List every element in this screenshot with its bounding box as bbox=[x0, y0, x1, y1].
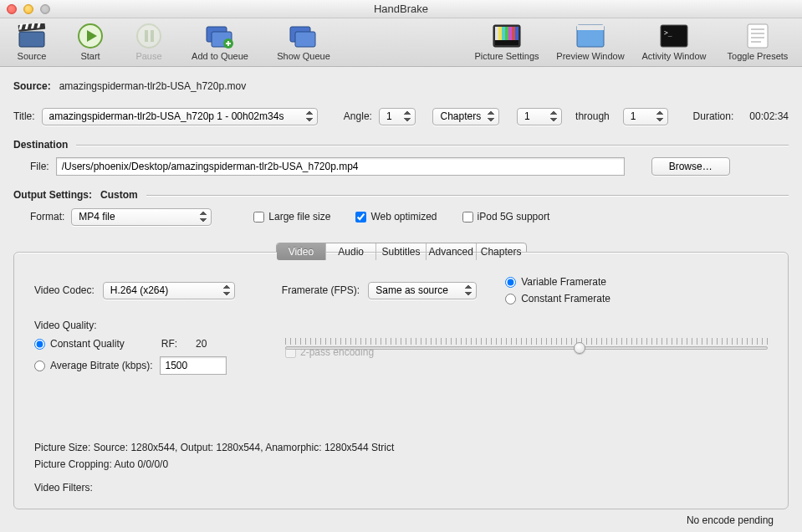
start-button[interactable]: Start bbox=[65, 21, 115, 66]
file-path-input[interactable] bbox=[56, 157, 625, 176]
source-button[interactable]: Source bbox=[7, 21, 57, 66]
source-value: amazingspiderman-tlr2b-USA_h720p.mov bbox=[59, 80, 246, 92]
chapter-to-select[interactable]: 1 bbox=[623, 108, 668, 125]
large-file-checkbox[interactable]: Large file size bbox=[253, 211, 330, 223]
svg-point-8 bbox=[137, 24, 161, 48]
toolbar-label: Show Queue bbox=[277, 51, 330, 61]
window-title: HandBrake bbox=[0, 3, 802, 15]
average-bitrate-input[interactable] bbox=[160, 356, 227, 375]
format-select[interactable]: MP4 file bbox=[71, 208, 212, 226]
picture-size-text: Picture Size: Source: 1280x544, Output: … bbox=[34, 442, 768, 453]
tab-video[interactable]: Video bbox=[277, 243, 327, 260]
svg-rect-22 bbox=[505, 27, 508, 40]
source-label: Source: bbox=[13, 80, 51, 92]
svg-rect-20 bbox=[498, 27, 502, 40]
tab-subtitles[interactable]: Subtitles bbox=[376, 243, 427, 260]
presets-icon bbox=[746, 21, 769, 51]
output-settings-name: Custom bbox=[100, 189, 138, 201]
svg-rect-19 bbox=[495, 27, 498, 40]
svg-rect-17 bbox=[295, 32, 315, 47]
ipod-5g-checkbox[interactable]: iPod 5G support bbox=[462, 211, 550, 223]
svg-rect-9 bbox=[145, 30, 148, 42]
through-label: through bbox=[575, 110, 610, 122]
video-codec-label: Video Codec: bbox=[34, 284, 95, 296]
svg-text:>_: >_ bbox=[664, 29, 672, 37]
svg-rect-31 bbox=[748, 24, 768, 48]
toggle-presets-button[interactable]: Toggle Presets bbox=[720, 21, 795, 66]
svg-rect-0 bbox=[19, 32, 44, 47]
web-optimized-checkbox[interactable]: Web optimized bbox=[355, 211, 437, 223]
svg-rect-24 bbox=[512, 27, 515, 40]
file-label: File: bbox=[30, 161, 49, 172]
variable-framerate-radio[interactable]: Variable Framerate bbox=[505, 276, 610, 288]
toolbar-label: Source bbox=[18, 51, 47, 61]
tab-bar: Video Audio Subtitles Advanced Chapters bbox=[276, 243, 527, 261]
browse-button[interactable]: Browse… bbox=[651, 157, 730, 176]
constant-quality-radio[interactable]: Constant Quality bbox=[34, 338, 125, 350]
format-label: Format: bbox=[30, 211, 64, 223]
status-text: No encode pending bbox=[13, 509, 789, 526]
svg-rect-23 bbox=[508, 27, 512, 40]
activity-window-button[interactable]: >_Activity Window bbox=[636, 21, 712, 66]
constant-framerate-radio[interactable]: Constant Framerate bbox=[505, 293, 610, 304]
video-tab-panel: Video Codec: H.264 (x264) Framerate (FPS… bbox=[13, 252, 789, 509]
preview-window-button[interactable]: Preview Window bbox=[553, 21, 628, 66]
toolbar-label: Pause bbox=[135, 51, 161, 61]
svg-rect-15 bbox=[227, 41, 229, 46]
title-label: Title: bbox=[13, 110, 35, 122]
video-codec-select[interactable]: H.264 (x264) bbox=[103, 282, 235, 299]
svg-rect-10 bbox=[151, 30, 154, 42]
destination-heading: Destination bbox=[13, 139, 68, 151]
rf-label: RF: bbox=[161, 338, 177, 350]
average-bitrate-radio[interactable]: Average Bitrate (kbps): bbox=[34, 360, 153, 371]
svg-rect-26 bbox=[495, 40, 518, 45]
terminal-icon: >_ bbox=[660, 21, 688, 51]
pause-icon bbox=[135, 21, 162, 51]
duration-value: 00:02:34 bbox=[749, 110, 789, 122]
picture-settings-button[interactable]: Picture Settings bbox=[469, 21, 544, 66]
toolbar-label: Toggle Presets bbox=[728, 51, 789, 61]
svg-rect-25 bbox=[515, 27, 518, 40]
queue-add-icon bbox=[205, 21, 235, 51]
tab-advanced[interactable]: Advanced bbox=[427, 243, 477, 260]
angle-select[interactable]: 1 bbox=[379, 108, 416, 125]
chapters-mode-select[interactable]: Chapters bbox=[432, 108, 499, 125]
toolbar-label: Start bbox=[80, 51, 100, 61]
toolbar: SourceStartPauseAdd to QueueShow Queue P… bbox=[0, 18, 802, 67]
rf-value: 20 bbox=[196, 338, 207, 350]
video-filters-text: Video Filters: bbox=[34, 482, 768, 494]
framerate-select[interactable]: Same as source bbox=[368, 282, 477, 299]
test-pattern-icon bbox=[493, 21, 521, 51]
preview-icon bbox=[576, 21, 605, 51]
add-to-queue-button[interactable]: Add to Queue bbox=[182, 21, 258, 66]
chapter-from-select[interactable]: 1 bbox=[517, 108, 562, 125]
video-quality-heading: Video Quality: bbox=[34, 320, 768, 331]
toolbar-label: Picture Settings bbox=[474, 51, 539, 61]
output-settings-heading: Output Settings: bbox=[13, 189, 92, 201]
queue-show-icon bbox=[289, 21, 319, 51]
picture-cropping-text: Picture Cropping: Auto 0/0/0/0 bbox=[34, 458, 768, 470]
title-select[interactable]: amazingspiderman-tlr2b-USA_h720p 1 - 00h… bbox=[42, 108, 318, 125]
clapper-icon bbox=[18, 21, 46, 51]
show-queue-button[interactable]: Show Queue bbox=[266, 21, 341, 66]
tab-audio[interactable]: Audio bbox=[326, 243, 376, 260]
play-icon bbox=[77, 21, 104, 51]
toolbar-label: Preview Window bbox=[556, 51, 624, 61]
svg-rect-21 bbox=[502, 27, 505, 40]
tab-chapters[interactable]: Chapters bbox=[477, 243, 526, 260]
svg-rect-28 bbox=[577, 25, 604, 30]
toolbar-label: Add to Queue bbox=[192, 51, 248, 61]
toolbar-label: Activity Window bbox=[641, 51, 706, 61]
duration-label: Duration: bbox=[693, 110, 734, 122]
framerate-label: Framerate (FPS): bbox=[282, 284, 360, 296]
titlebar: HandBrake bbox=[0, 0, 802, 18]
angle-label: Angle: bbox=[344, 110, 372, 122]
pause-button: Pause bbox=[124, 21, 174, 66]
